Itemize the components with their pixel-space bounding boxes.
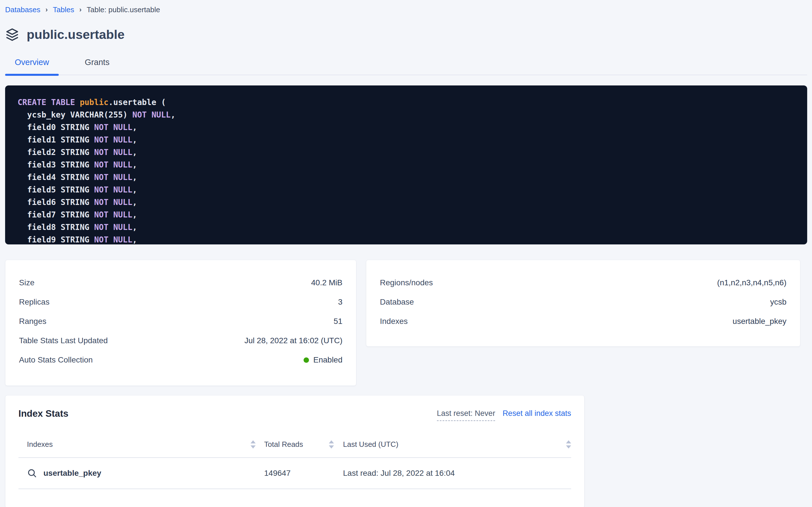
code-line: field7 STRING NOT NULL,: [17, 209, 795, 221]
summary-value-text: 51: [334, 317, 342, 326]
index-stats-meta: Last reset: Never Reset all index stats: [437, 408, 571, 421]
code-line: field1 STRING NOT NULL,: [17, 134, 795, 146]
sort-up-icon: [329, 440, 334, 443]
summary-value-text: 3: [338, 297, 342, 306]
sort-down-icon: [566, 445, 571, 449]
last-used-value: Last read: Jul 28, 2022 at 16:04: [343, 469, 455, 478]
code-line: field9 STRING NOT NULL,: [17, 234, 795, 244]
summary-row-database: Databaseycsb: [380, 292, 787, 312]
code-line: ycsb_key VARCHAR(255) NOT NULL,: [17, 109, 795, 121]
sort-down-icon: [329, 445, 334, 449]
breadcrumb-item-databases[interactable]: Databases: [5, 5, 40, 14]
summary-row-indexes: Indexesusertable_pkey: [380, 312, 787, 331]
table-stats-card: Size40.2 MiBReplicas3Ranges51Table Stats…: [5, 260, 356, 386]
index-stats-title: Index Stats: [18, 408, 68, 419]
column-header-total-reads[interactable]: Total Reads: [256, 440, 334, 449]
summary-value-indexes: usertable_pkey: [733, 317, 787, 326]
column-header-last-used-utc[interactable]: Last Used (UTC): [334, 440, 571, 449]
summary-value-database: ycsb: [770, 297, 787, 306]
summary-value-text: ycsb: [770, 297, 787, 306]
summary-value-size: 40.2 MiB: [311, 278, 343, 287]
summary-value-text: Enabled: [313, 355, 342, 364]
summary-value-auto-stats-collection: Enabled: [304, 355, 342, 364]
status-dot-green: [304, 357, 309, 363]
code-line: field6 STRING NOT NULL,: [17, 196, 795, 209]
code-line: field5 STRING NOT NULL,: [17, 184, 795, 196]
create-table-statement: CREATE TABLE public.usertable ( ycsb_key…: [5, 86, 807, 244]
sort-up-icon: [251, 440, 256, 443]
breadcrumb: Databases›Tables›Table: public.usertable: [5, 4, 807, 15]
sort-icon[interactable]: [329, 440, 334, 449]
summary-row-auto-stats-collection: Auto Stats CollectionEnabled: [19, 350, 342, 370]
table-row: usertable_pkey149647Last read: Jul 28, 2…: [18, 458, 571, 489]
last-used-cell: Last read: Jul 28, 2022 at 16:04: [334, 469, 571, 478]
summary-label-ranges: Ranges: [19, 317, 47, 326]
sort-icon[interactable]: [566, 440, 571, 449]
index-table: IndexesTotal ReadsLast Used (UTC) userta…: [18, 431, 571, 489]
summary-value-text: (n1,n2,n3,n4,n5,n6): [717, 278, 787, 287]
code-line: field2 STRING NOT NULL,: [17, 146, 795, 159]
index-stats-header: Index Stats Last reset: Never Reset all …: [18, 395, 571, 421]
summary-label-indexes: Indexes: [380, 317, 408, 326]
code-line: field3 STRING NOT NULL,: [17, 159, 795, 171]
sort-icon[interactable]: [251, 440, 256, 449]
index-table-header: IndexesTotal ReadsLast Used (UTC): [18, 431, 571, 458]
total-reads-cell: 149647: [256, 469, 334, 478]
column-header-label: Last Used (UTC): [343, 440, 398, 449]
table-meta-card: Regions/nodes(n1,n2,n3,n4,n5,n6)Database…: [366, 260, 800, 347]
summary-value-ranges: 51: [334, 317, 342, 326]
reset-all-index-stats-link[interactable]: Reset all index stats: [502, 409, 571, 418]
summary-value-replicas: 3: [338, 297, 342, 306]
code-line: CREATE TABLE public.usertable (: [17, 96, 795, 109]
summary-value-regions-nodes: (n1,n2,n3,n4,n5,n6): [717, 278, 787, 287]
sort-down-icon: [251, 445, 256, 449]
column-header-label: Indexes: [27, 440, 53, 449]
summary-cards: Size40.2 MiBReplicas3Ranges51Table Stats…: [5, 260, 807, 386]
summary-value-table-stats-last-updated: Jul 28, 2022 at 16:02 (UTC): [244, 336, 342, 345]
summary-label-auto-stats-collection: Auto Stats Collection: [19, 355, 93, 364]
index-name-cell: usertable_pkey: [18, 468, 256, 478]
breadcrumb-item-tables[interactable]: Tables: [53, 5, 74, 14]
last-reset-label[interactable]: Last reset: Never: [437, 409, 495, 421]
breadcrumb-separator-icon: ›: [45, 6, 48, 14]
summary-label-size: Size: [19, 278, 34, 287]
summary-label-replicas: Replicas: [19, 297, 49, 306]
index-name-wrap: usertable_pkey: [27, 468, 101, 478]
index-name-link[interactable]: usertable_pkey: [44, 469, 101, 478]
summary-row-ranges: Ranges51: [19, 312, 342, 331]
summary-row-replicas: Replicas3: [19, 292, 342, 312]
breadcrumb-item-table-public-usertable: Table: public.usertable: [86, 5, 160, 14]
summary-value-text: 40.2 MiB: [311, 278, 343, 287]
summary-row-regions-nodes: Regions/nodes(n1,n2,n3,n4,n5,n6): [380, 273, 787, 292]
page: Databases›Tables›Table: public.usertable…: [0, 0, 812, 507]
summary-label-database: Database: [380, 297, 414, 306]
breadcrumb-separator-icon: ›: [79, 6, 81, 14]
code-line: field4 STRING NOT NULL,: [17, 171, 795, 184]
summary-value-text: usertable_pkey: [733, 317, 787, 326]
table-stack-icon: [5, 27, 19, 42]
summary-label-table-stats-last-updated: Table Stats Last Updated: [19, 336, 108, 345]
tab-grants[interactable]: Grants: [75, 57, 119, 75]
summary-row-table-stats-last-updated: Table Stats Last UpdatedJul 28, 2022 at …: [19, 331, 342, 350]
index-stats-card: Index Stats Last reset: Never Reset all …: [5, 395, 584, 507]
column-header-indexes[interactable]: Indexes: [18, 440, 256, 449]
page-header: public.usertable: [5, 25, 807, 44]
summary-value-text: Jul 28, 2022 at 16:02 (UTC): [244, 336, 342, 345]
page-title: public.usertable: [27, 27, 125, 42]
code-line: field0 STRING NOT NULL,: [17, 121, 795, 134]
tab-overview[interactable]: Overview: [5, 57, 59, 75]
summary-label-regions-nodes: Regions/nodes: [380, 278, 433, 287]
column-header-label: Total Reads: [264, 440, 303, 449]
summary-row-size: Size40.2 MiB: [19, 273, 342, 292]
total-reads-value: 149647: [264, 469, 291, 478]
index-table-body: usertable_pkey149647Last read: Jul 28, 2…: [18, 458, 571, 489]
search-icon: [27, 468, 37, 478]
code-line: field8 STRING NOT NULL,: [17, 221, 795, 234]
tab-bar: OverviewGrants: [5, 57, 807, 75]
sort-up-icon: [566, 440, 571, 443]
